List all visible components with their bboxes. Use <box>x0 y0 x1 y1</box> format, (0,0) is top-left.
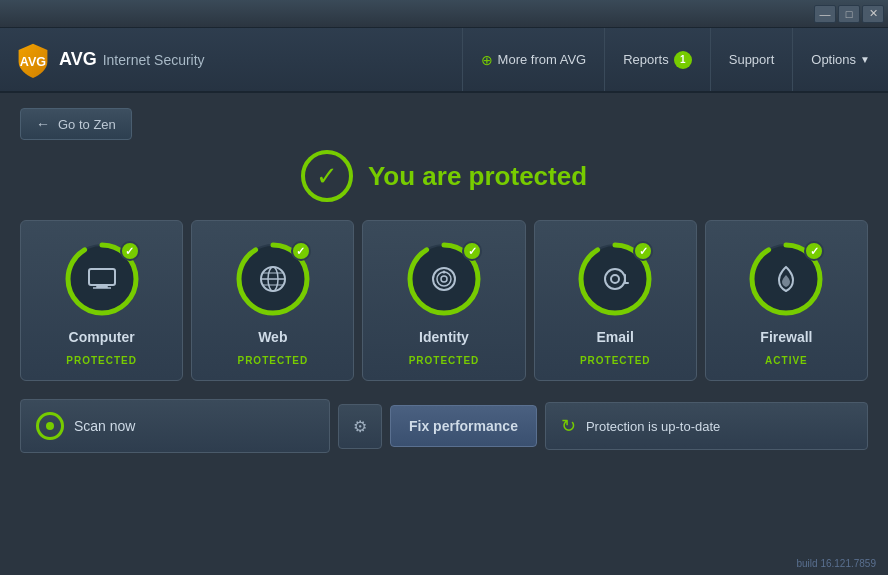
status-area: ✓ You are protected <box>20 150 868 202</box>
logo-area: AVG AVGInternet Security <box>0 42 462 78</box>
email-card[interactable]: ✓ Email PROTECTED <box>534 220 697 381</box>
firewall-ring: ✓ <box>746 239 826 319</box>
svg-point-16 <box>437 272 451 286</box>
firewall-card-status: ACTIVE <box>765 355 808 366</box>
status-text: You are protected <box>368 161 587 192</box>
avg-logo-icon: AVG <box>15 42 51 78</box>
options-button[interactable]: Options ▼ <box>792 28 888 91</box>
action-bar: Scan now ⚙ Fix performance ↻ Protection … <box>20 399 868 453</box>
checkmark-icon: ✓ <box>316 163 338 189</box>
gear-icon: ⚙ <box>353 417 367 436</box>
email-icon <box>600 265 630 293</box>
firewall-card[interactable]: ✓ Firewall ACTIVE <box>705 220 868 381</box>
svg-point-21 <box>605 269 625 289</box>
svg-point-17 <box>441 276 447 282</box>
computer-card-label: Computer <box>69 329 135 345</box>
protection-cards: ✓ Computer PROTECTED <box>20 220 868 381</box>
computer-ring: ✓ <box>62 239 142 319</box>
computer-check-icon: ✓ <box>120 241 140 261</box>
titlebar: — □ ✕ <box>0 0 888 28</box>
scan-dot <box>46 422 54 430</box>
svg-rect-3 <box>89 269 115 285</box>
main-content: ← Go to Zen ✓ You are protected <box>0 93 888 468</box>
reports-button[interactable]: Reports 1 <box>604 28 710 91</box>
scan-icon <box>36 412 64 440</box>
go-to-zen-button[interactable]: ← Go to Zen <box>20 108 132 140</box>
email-ring: ✓ <box>575 239 655 319</box>
support-button[interactable]: Support <box>710 28 793 91</box>
protection-update-button[interactable]: ↻ Protection is up-to-date <box>545 402 868 450</box>
plus-icon: ⊕ <box>481 52 493 68</box>
web-ring: ✓ <box>233 239 313 319</box>
close-button[interactable]: ✕ <box>862 5 884 23</box>
minimize-button[interactable]: — <box>814 5 836 23</box>
more-from-avg-button[interactable]: ⊕ More from AVG <box>462 28 605 91</box>
email-card-label: Email <box>597 329 634 345</box>
computer-card-status: PROTECTED <box>66 355 137 366</box>
identity-ring: ✓ <box>404 239 484 319</box>
web-card-label: Web <box>258 329 287 345</box>
status-check-icon: ✓ <box>301 150 353 202</box>
nav-bar: ⊕ More from AVG Reports 1 Support Option… <box>462 28 888 91</box>
build-info: build 16.121.7859 <box>796 558 876 569</box>
identity-check-icon: ✓ <box>462 241 482 261</box>
scan-settings-button[interactable]: ⚙ <box>338 404 382 449</box>
email-card-status: PROTECTED <box>580 355 651 366</box>
firewall-icon <box>773 265 799 293</box>
reports-badge: 1 <box>674 51 692 69</box>
zen-arrow-icon: ← <box>36 116 50 132</box>
identity-card[interactable]: ✓ Identity PROTECTED <box>362 220 525 381</box>
identity-card-status: PROTECTED <box>409 355 480 366</box>
options-arrow-icon: ▼ <box>860 54 870 65</box>
identity-card-label: Identity <box>419 329 469 345</box>
maximize-button[interactable]: □ <box>838 5 860 23</box>
svg-text:AVG: AVG <box>20 55 47 69</box>
web-check-icon: ✓ <box>291 241 311 261</box>
svg-point-22 <box>611 275 619 283</box>
fix-performance-button[interactable]: Fix performance <box>390 405 537 447</box>
computer-icon <box>88 268 116 290</box>
header: AVG AVGInternet Security ⊕ More from AVG… <box>0 28 888 93</box>
identity-icon <box>431 266 457 292</box>
svg-point-18 <box>443 271 446 274</box>
web-card[interactable]: ✓ Web PROTECTED <box>191 220 354 381</box>
firewall-card-label: Firewall <box>760 329 812 345</box>
update-icon: ↻ <box>561 415 576 437</box>
computer-card[interactable]: ✓ Computer PROTECTED <box>20 220 183 381</box>
web-icon <box>259 265 287 293</box>
scan-now-button[interactable]: Scan now <box>20 399 330 453</box>
app-title: AVGInternet Security <box>59 49 205 70</box>
web-card-status: PROTECTED <box>237 355 308 366</box>
